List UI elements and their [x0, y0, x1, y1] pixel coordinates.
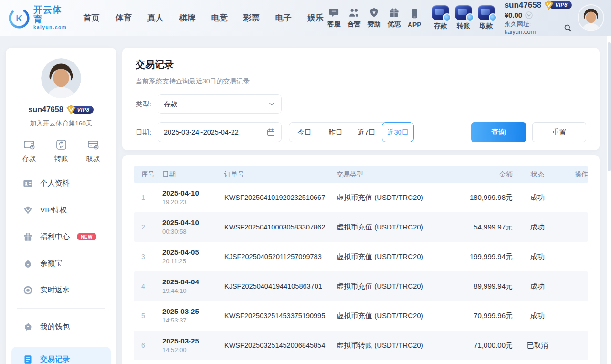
wallet-icons: 存款 转账 取款 [432, 5, 495, 31]
row-date: 2025-04-10 19:20:23 [162, 189, 224, 207]
date-range-input-wrap[interactable] [158, 122, 282, 142]
range-7days-button[interactable]: 近7日 [351, 123, 382, 142]
table-row: 5 2025-03-25 14:53:37 KWSF20250325145337… [134, 301, 588, 331]
col-type: 交易类型 [337, 170, 461, 179]
customer-service-button[interactable]: 客服 [327, 7, 341, 29]
promotions-button[interactable]: 优惠 [388, 7, 401, 29]
row-index: 5 [141, 312, 162, 320]
withdraw-icon-button[interactable]: 取款 [86, 138, 100, 163]
type-select-value: 存款 [164, 100, 268, 109]
sidebar-item-welfare[interactable]: 福利中心 NEW [6, 223, 116, 250]
partners-button[interactable]: 合营 [348, 7, 361, 29]
range-today-button[interactable]: 今日 [289, 123, 320, 142]
gift-icon [389, 7, 400, 18]
top-bar: K 开云体育 kaiyun.com 首页 体育 真人 棋牌 电竞 彩票 电子 娱… [0, 0, 611, 36]
scrollbar[interactable] [607, 36, 611, 364]
sidebar-shortcuts: 存款 转账 取款 [22, 138, 100, 163]
sidebar-item-vip[interactable]: VIP特权 [6, 197, 116, 223]
search-icon[interactable] [564, 24, 572, 32]
logo-domain-text: kaiyun.com [33, 25, 67, 31]
nav-item-sports[interactable]: 体育 [112, 10, 136, 26]
nav-item-home[interactable]: 首页 [80, 10, 104, 26]
row-order-number: KWSF202503251453375190995 [224, 312, 337, 320]
nav-item-live[interactable]: 真人 [144, 10, 168, 26]
sidebar-item-yuebao[interactable]: 余额宝 [6, 250, 116, 277]
records-doc-icon [23, 354, 33, 364]
calendar-icon[interactable] [266, 128, 275, 137]
sponsor-badge-icon [369, 7, 379, 18]
new-badge: NEW [77, 233, 96, 240]
table-row: 3 2025-04-05 20:11:25 KJSF20250405201125… [134, 242, 588, 271]
row-amount: 199,999.94元 [461, 252, 514, 261]
balance-refresh-icon[interactable] [525, 11, 533, 19]
scrollbar-thumb[interactable] [608, 42, 611, 171]
row-transaction-type: 虚拟币充值 (USDT/TRC20) [337, 193, 461, 202]
transfer-icon [55, 138, 68, 151]
avatar[interactable] [579, 5, 603, 30]
main-nav: 首页 体育 真人 棋牌 电竞 彩票 电子 娱乐 [80, 10, 327, 26]
nav-item-entertainment[interactable]: 娱乐 [304, 10, 327, 26]
withdraw-button[interactable]: 取款 [478, 5, 495, 31]
row-status: 成功 [514, 193, 561, 202]
row-status: 成功 [514, 312, 561, 321]
withdraw-3d-icon [478, 5, 495, 20]
username[interactable]: sun47658 [505, 0, 542, 10]
money-bag-icon [23, 259, 33, 269]
row-index: 6 [141, 342, 162, 349]
nav-item-esports[interactable]: 电竞 [208, 10, 232, 26]
deposit-button[interactable]: 存款 [432, 5, 449, 31]
sidebar-item-profile[interactable]: 个人资料 [6, 170, 116, 197]
nav-item-chess[interactable]: 棋牌 [176, 10, 200, 26]
chat-icon [328, 7, 339, 18]
row-index: 1 [141, 194, 162, 201]
row-order-number: KWSF202503251452006845854 [224, 342, 337, 349]
nav-item-slots[interactable]: 电子 [272, 10, 295, 26]
transfer-3d-icon [455, 5, 472, 20]
profile-avatar[interactable] [41, 58, 81, 98]
sidebar-item-transaction-records[interactable]: 交易记录 [11, 347, 111, 364]
piggy-bank-icon [23, 322, 33, 332]
site-logo[interactable]: K 开云体育 kaiyun.com [9, 5, 67, 30]
transfer-icon-button[interactable]: 转账 [54, 138, 68, 163]
balance-amount: ¥0.00 [505, 11, 523, 20]
col-amount: 金额 [461, 170, 514, 179]
sponsor-button[interactable]: 赞助 [368, 7, 381, 29]
type-select[interactable]: 存款 [158, 94, 282, 114]
row-index: 4 [141, 282, 162, 290]
row-amount: 70,999.96元 [461, 312, 514, 321]
rebate-disc-icon [23, 285, 33, 295]
vip-badge[interactable]: VIP8 [544, 0, 572, 10]
search-button[interactable]: 查询 [471, 122, 526, 142]
row-transaction-type: 虚拟币充值 (USDT/TRC20) [337, 252, 461, 261]
sidebar-deposit-button[interactable]: 存款 [22, 138, 36, 163]
sidebar-item-wallet[interactable]: 我的钱包 [6, 313, 116, 340]
row-amount: 71,000.00元 [461, 341, 514, 350]
row-date: 2025-04-04 19:44:10 [162, 278, 224, 295]
welfare-gift-icon [23, 232, 33, 242]
row-amount: 89,999.94元 [461, 282, 514, 291]
join-days-text: 加入开云体育第160天 [30, 119, 93, 128]
range-30days-button[interactable]: 近30日 [382, 122, 414, 142]
col-index: 序号 [141, 170, 162, 179]
nav-item-lottery[interactable]: 彩票 [240, 10, 263, 26]
transfer-button[interactable]: 转账 [455, 5, 472, 31]
reset-button[interactable]: 重置 [532, 122, 586, 142]
row-status: 成功 [514, 252, 561, 261]
sidebar-vip-badge[interactable]: VIP8 [66, 105, 94, 114]
row-index: 2 [141, 223, 162, 231]
sidebar-item-rebate[interactable]: 实时返水 [6, 277, 116, 303]
vip-gem-icon [23, 205, 33, 215]
row-date: 2025-03-25 14:52:00 [162, 337, 224, 354]
row-status: 成功 [514, 282, 561, 291]
page-subtitle: 当前系统支持查询最近30日的交易记录 [136, 77, 586, 86]
table-body: 1 2025-04-10 19:20:23 KWSF20250410192023… [134, 183, 588, 360]
row-transaction-type: 虚拟币充值 (USDT/TRC20) [337, 282, 461, 291]
date-range-input[interactable] [164, 128, 266, 136]
deposit-3d-icon [432, 5, 449, 20]
app-download-button[interactable]: APP [408, 8, 421, 29]
row-transaction-type: 虚拟币充值 (USDT/TRC20) [337, 223, 461, 232]
row-amount: 180,999.98元 [461, 193, 514, 202]
range-yesterday-button[interactable]: 昨日 [320, 123, 351, 142]
row-order-number: KJSF202504041944105863701 [224, 282, 337, 290]
row-transaction-type: 虚拟币转账 (USDT/TRC20) [337, 341, 461, 350]
